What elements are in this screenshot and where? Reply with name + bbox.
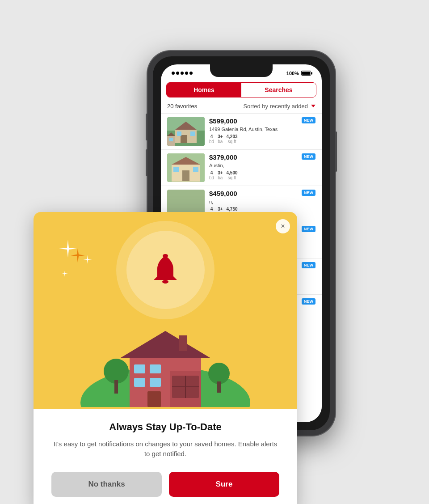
svg-rect-35: [114, 380, 118, 394]
battery-percent: 100%: [286, 71, 299, 76]
listing-address: n,: [209, 199, 284, 205]
listing-right: NEW: [289, 117, 315, 123]
listing-details: $379,000 Austin, 4 bd 3+ ba: [209, 153, 284, 180]
signal-dot: [181, 72, 184, 75]
svg-rect-9: [169, 138, 173, 141]
listing-address: 1499 Galenia Rd, Austin, Texas: [209, 126, 284, 132]
sure-button[interactable]: Sure: [169, 472, 279, 497]
status-right: 100%: [286, 71, 311, 76]
beds-stat: 4 bd: [209, 170, 214, 180]
new-badge: NEW: [302, 153, 315, 160]
svg-point-36: [208, 363, 230, 384]
battery-icon: [301, 71, 311, 76]
sparkle-tiny-icon: [61, 270, 68, 279]
baths-stat: 3+ ba: [218, 134, 223, 144]
volume-up-button: [146, 114, 147, 140]
house-thumbnail-image: [167, 117, 205, 146]
baths-stat: 3+ ba: [218, 170, 223, 180]
sqft-stat: 4,203 sq.ft: [227, 134, 238, 144]
bell-glow-outer: [116, 221, 214, 319]
svg-rect-19: [162, 280, 168, 284]
beds-stat: 4 bd: [209, 134, 214, 144]
bell-icon-large: [147, 252, 183, 288]
svg-rect-15: [193, 167, 198, 172]
house-scene-svg: [80, 318, 250, 407]
volume-down-button: [146, 149, 147, 176]
modal-buttons: No thanks Sure: [51, 472, 279, 497]
signal-indicator: [172, 72, 193, 75]
no-thanks-button[interactable]: No thanks: [51, 472, 162, 497]
listing-details: $599,000 1499 Galenia Rd, Austin, Texas …: [209, 117, 284, 144]
listing-thumbnail: [167, 117, 205, 146]
svg-rect-31: [150, 378, 161, 387]
tab-bar: Homes Searches: [166, 82, 316, 97]
listing-stats: 4 bd 3+ ba 4,500 sq.ft: [209, 170, 284, 180]
svg-rect-6: [190, 131, 195, 136]
signal-dot: [189, 72, 193, 75]
listing-stats: 4 bd 3+ ba 4,203 sq.ft: [209, 134, 284, 144]
listing-item[interactable]: $379,000 Austin, 4 bd 3+ ba: [161, 149, 322, 186]
listing-price: $379,000: [209, 153, 284, 161]
modal-title: Always Stay Up-To-Date: [51, 421, 279, 433]
tab-homes[interactable]: Homes: [167, 83, 241, 97]
svg-marker-23: [121, 331, 210, 358]
listing-thumbnail: [167, 153, 205, 182]
svg-rect-37: [217, 381, 221, 393]
new-badge: NEW: [302, 190, 315, 196]
battery-fill: [302, 72, 310, 75]
favorites-count: 20 favorites: [167, 103, 197, 110]
listing-address: Austin,: [209, 162, 284, 169]
svg-rect-4: [181, 135, 187, 143]
svg-point-20: [163, 254, 168, 258]
sparkle-orange-icon: [70, 248, 85, 265]
svg-point-34: [104, 359, 129, 384]
svg-rect-30: [134, 378, 145, 387]
svg-rect-32: [147, 391, 161, 407]
favorites-header: 20 favorites Sorted by recently added: [161, 99, 322, 113]
svg-rect-5: [177, 131, 181, 136]
modal-description: It's easy to get notifications on change…: [51, 439, 279, 459]
sqft-stat: 4,500 sq.ft: [227, 170, 238, 180]
modal-text-section: Always Stay Up-To-Date It's easy to get …: [34, 409, 297, 504]
listing-right: NEW: [289, 153, 315, 160]
listing-item[interactable]: $599,000 1499 Galenia Rd, Austin, Texas …: [161, 113, 322, 149]
sort-label[interactable]: Sorted by recently added: [243, 103, 315, 110]
close-button[interactable]: ×: [276, 219, 290, 233]
listing-price: $599,000: [209, 117, 284, 125]
chevron-down-icon: [311, 105, 315, 107]
new-badge: NEW: [302, 298, 315, 305]
signal-dot: [176, 72, 179, 75]
new-badge: NEW: [302, 226, 315, 232]
notification-modal: ×: [34, 212, 297, 504]
phone-wrapper: 10:00 AM 100% Homes Searches 20 favorit: [147, 51, 335, 436]
svg-rect-13: [182, 170, 189, 181]
svg-rect-29: [150, 364, 161, 373]
new-badge: NEW: [302, 262, 315, 268]
house-thumbnail-image: [167, 153, 205, 182]
tab-searches[interactable]: Searches: [241, 83, 316, 97]
svg-rect-28: [134, 364, 145, 373]
svg-rect-33: [179, 335, 187, 351]
signal-dot: [185, 72, 188, 75]
signal-dot: [172, 72, 175, 75]
svg-rect-14: [173, 167, 179, 172]
power-button: [335, 131, 337, 172]
house-illustration: [80, 318, 250, 409]
listing-price: $459,000: [209, 190, 284, 197]
bell-glow-inner: [126, 231, 205, 309]
phone-notch: [210, 64, 273, 77]
listing-right: NEW: [289, 190, 315, 196]
new-badge: NEW: [302, 117, 315, 123]
modal-image-section: ×: [34, 212, 297, 409]
